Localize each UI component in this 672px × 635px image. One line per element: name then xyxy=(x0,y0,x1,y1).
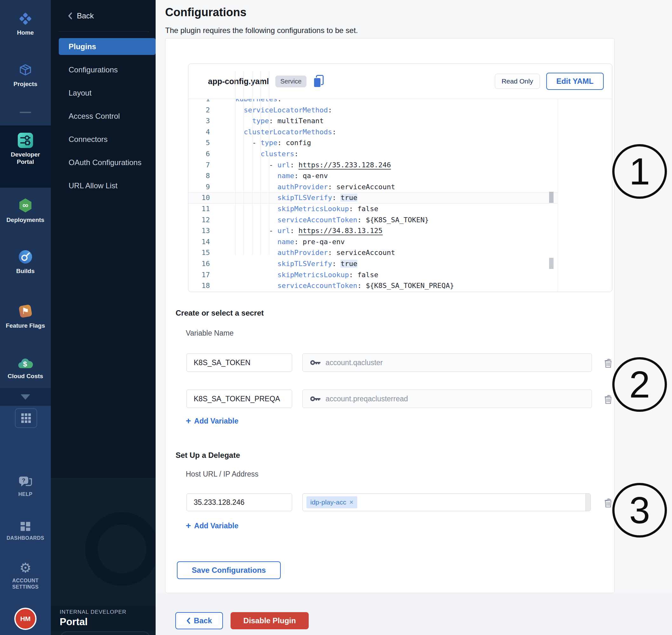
portal-footer: INTERNAL DEVELOPER Portal xyxy=(51,606,156,631)
scrollbar-match-marker xyxy=(549,192,554,203)
delegate-tags-field[interactable]: idp-play-acc ✕ xyxy=(302,494,591,511)
svg-text:∞: ∞ xyxy=(23,200,28,210)
delete-row-button[interactable] xyxy=(603,357,613,370)
read-only-badge: Read Only xyxy=(495,74,540,89)
avatar[interactable]: HM xyxy=(14,608,37,630)
add-variable-link[interactable]: + Add Variable xyxy=(186,417,239,425)
nav-item-url-allow-list[interactable]: URL Allow List xyxy=(51,177,156,194)
plugin-nav-list: PluginsConfigurationsLayoutAccess Contro… xyxy=(51,38,156,194)
chevron-down-icon xyxy=(21,394,30,400)
sidebar-item-label: DASHBOARDS xyxy=(7,535,44,541)
sidebar-item-deployments[interactable]: ∞ Deployments xyxy=(0,197,51,223)
footer-eyebrow: INTERNAL DEVELOPER xyxy=(60,609,156,615)
annotation-circle-1: 1 xyxy=(612,144,667,199)
tagfield-handle xyxy=(585,494,590,511)
nav-item-configurations[interactable]: Configurations xyxy=(51,61,156,78)
page-title: Configurations xyxy=(165,6,246,19)
sidebar-item-projects[interactable]: Projects xyxy=(0,63,51,88)
disable-plugin-button[interactable]: Disable Plugin xyxy=(231,612,309,629)
sidebar-item-label: Home xyxy=(17,29,34,36)
save-configurations-button[interactable]: Save Configurations xyxy=(177,561,281,579)
sidebar-item-label: Projects xyxy=(14,80,38,88)
sidebar-item-help[interactable]: ? HELP xyxy=(0,476,51,498)
variable-name-input[interactable] xyxy=(187,353,292,372)
sidebar-item-label: Feature Flags xyxy=(6,322,45,329)
host-url-label: Host URL / IP Address xyxy=(186,470,259,479)
nav-item-connectors[interactable]: Connectors xyxy=(51,131,156,148)
cloud-costs-icon: $ xyxy=(17,356,34,370)
back-button[interactable]: Back xyxy=(175,612,223,629)
annotation-circle-3: 3 xyxy=(612,483,667,538)
help-chat-icon: ? xyxy=(18,476,33,488)
sidebar-footer-decoration: INTERNAL DEVELOPER Portal xyxy=(51,478,156,635)
dashboards-icon xyxy=(19,520,32,532)
nav-item-oauth-configurations[interactable]: OAuth Configurations xyxy=(51,154,156,171)
secret-select-field[interactable]: account.preqaclusterread xyxy=(302,390,592,408)
key-icon xyxy=(310,396,321,402)
gear-icon: ⚙ xyxy=(19,561,31,575)
nav-item-access-control[interactable]: Access Control xyxy=(51,108,156,125)
nav-item-layout[interactable]: Layout xyxy=(51,85,156,101)
delete-row-button[interactable] xyxy=(603,497,613,509)
feature-flags-icon: ⚑ xyxy=(18,303,33,319)
back-label: Back xyxy=(77,12,94,20)
indent-guide xyxy=(252,71,253,255)
chevron-left-icon xyxy=(67,12,73,20)
rail-divider xyxy=(20,112,31,113)
svg-text:⚑: ⚑ xyxy=(22,306,29,316)
scrollbar-match-marker xyxy=(549,258,554,269)
yaml-line: 17 skipMetricsLookup: false xyxy=(188,269,558,281)
secret-value: account.preqaclusterread xyxy=(326,395,408,403)
indent-guide xyxy=(269,71,269,255)
copy-icon[interactable] xyxy=(313,74,324,88)
collapse-strip[interactable] xyxy=(0,388,51,406)
sidebar-item-home[interactable]: Home xyxy=(0,12,51,36)
yaml-line: 18 serviceAccountToken: ${K8S_SA_TOKEN_P… xyxy=(188,280,558,291)
sidebar-item-builds[interactable]: Builds xyxy=(0,249,51,275)
back-nav-link[interactable]: Back xyxy=(51,9,156,23)
harness-logo-icon xyxy=(18,12,33,26)
cube-icon xyxy=(18,63,33,78)
sidebar-item-label: Deployments xyxy=(6,216,44,223)
page-subtitle: The plugin requires the following config… xyxy=(165,26,358,35)
deployments-icon: ∞ xyxy=(18,197,33,213)
plus-icon: + xyxy=(186,521,191,530)
yaml-line: 16 skipTLSVerify: true xyxy=(188,259,558,269)
yaml-filename: app-config.yaml xyxy=(208,77,269,86)
indent-guide xyxy=(260,71,261,255)
modules-grid-button[interactable] xyxy=(15,408,37,428)
delegate-tag[interactable]: idp-play-acc ✕ xyxy=(306,496,357,508)
variable-name-input[interactable] xyxy=(187,390,292,408)
host-url-input[interactable] xyxy=(187,494,292,511)
edit-yaml-button[interactable]: Edit YAML xyxy=(546,73,604,90)
secret-select-field[interactable]: account.qacluster xyxy=(302,353,592,372)
sidebar-item-label: Developer Portal xyxy=(6,151,44,166)
sidebar-item-developer-portal[interactable]: Developer Portal xyxy=(0,133,51,166)
user-avatar-item[interactable]: HM xyxy=(0,608,51,630)
developer-portal-icon xyxy=(18,133,33,148)
plugin-sidebar: INTERNAL DEVELOPER Portal Back PluginsCo… xyxy=(51,0,156,635)
sidebar-item-dashboards[interactable]: DASHBOARDS xyxy=(0,520,51,541)
sidebar-item-label: ACCOUNT SETTINGS xyxy=(8,577,43,590)
sidebar-item-feature-flags[interactable]: ⚑ Feature Flags xyxy=(0,303,51,329)
nav-item-plugins[interactable]: Plugins xyxy=(59,38,156,55)
chevron-left-icon xyxy=(186,617,191,625)
secret-value: account.qacluster xyxy=(326,358,383,367)
key-icon xyxy=(310,359,321,366)
trash-icon xyxy=(603,394,613,405)
annotation-circle-2: 2 xyxy=(612,357,667,412)
svg-text:$: $ xyxy=(23,360,27,368)
ring-watermark xyxy=(85,512,156,586)
builds-icon xyxy=(18,249,33,264)
yaml-editor-panel: app-config.yaml Service Read Only Edit Y… xyxy=(188,64,612,292)
rounded-watermark xyxy=(60,631,151,635)
add-variable-link[interactable]: + Add Variable xyxy=(186,521,239,530)
sidebar-item-cloud-costs[interactable]: $ Cloud Costs xyxy=(0,356,51,380)
sidebar-item-label: Builds xyxy=(16,267,35,275)
sidebar-item-label: Cloud Costs xyxy=(8,372,43,380)
primary-sidebar: Home Projects Developer Portal ∞ Deploym… xyxy=(0,0,51,635)
delete-row-button[interactable] xyxy=(603,394,613,406)
remove-tag-icon[interactable]: ✕ xyxy=(349,499,353,506)
apps-grid-icon xyxy=(21,413,31,423)
sidebar-item-account-settings[interactable]: ⚙ ACCOUNT SETTINGS xyxy=(0,561,51,590)
